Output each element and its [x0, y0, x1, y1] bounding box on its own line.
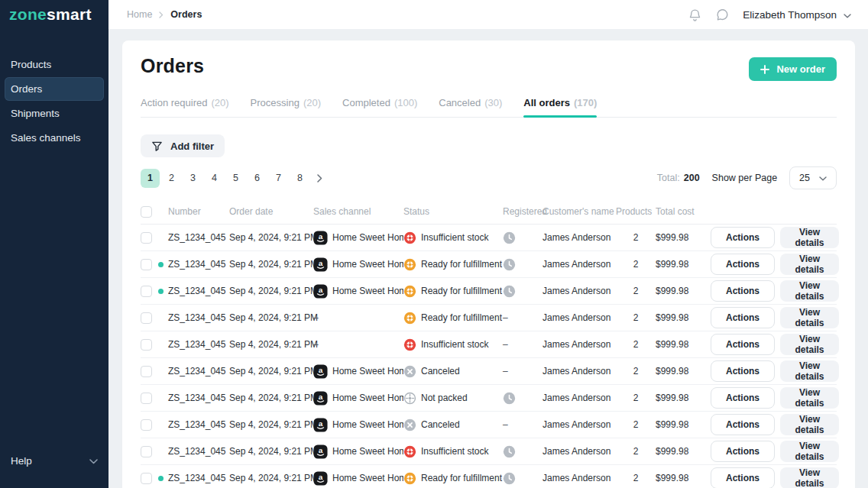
- view-details-button[interactable]: View details: [780, 441, 839, 462]
- order-date: Sep 4, 2024, 9:21 PM: [229, 473, 313, 483]
- registered-cell: [503, 285, 542, 298]
- table-row: ZS_1234_045 Sep 4, 2024, 9:21 PM aHome S…: [141, 438, 837, 465]
- view-details-button[interactable]: View details: [780, 467, 839, 488]
- per-page-select[interactable]: 25: [789, 166, 837, 189]
- total-cost: $999.98: [656, 232, 711, 243]
- svg-text:a: a: [319, 259, 323, 267]
- page-7-button[interactable]: 7: [269, 169, 288, 188]
- orders-panel: Orders New order Action required (20) Pr…: [122, 40, 855, 488]
- total-cost: $999.98: [656, 339, 711, 350]
- order-date: Sep 4, 2024, 9:21 PM: [229, 312, 313, 323]
- view-details-button[interactable]: View details: [780, 307, 839, 328]
- page-4-button[interactable]: 4: [205, 169, 224, 188]
- row-checkbox[interactable]: [141, 312, 152, 324]
- order-number: ZS_1234_045: [168, 446, 229, 457]
- order-status: Insufficient stock: [403, 445, 503, 458]
- tab-completed[interactable]: Completed (100): [342, 97, 417, 117]
- view-details-button[interactable]: View details: [780, 280, 839, 302]
- order-date: Sep 4, 2024, 9:21 PM: [229, 232, 313, 243]
- amazon-icon: a: [313, 257, 328, 272]
- new-order-button[interactable]: New order: [749, 57, 837, 81]
- view-details-button[interactable]: View details: [780, 360, 839, 382]
- customer-name: James Anderson: [542, 232, 616, 243]
- tab-processing[interactable]: Processing (20): [251, 97, 321, 117]
- actions-button[interactable]: Actions: [711, 227, 775, 248]
- filter-row: Add filter: [141, 134, 837, 157]
- page-2-button[interactable]: 2: [162, 169, 181, 188]
- row-checkbox[interactable]: [141, 259, 152, 270]
- registered-cell: [503, 231, 542, 244]
- order-date: Sep 4, 2024, 9:21 PM: [229, 446, 313, 457]
- status-canceled-icon: [403, 365, 416, 378]
- actions-button[interactable]: Actions: [711, 467, 775, 488]
- sidebar-item-orders[interactable]: Orders: [5, 77, 104, 101]
- actions-button[interactable]: Actions: [711, 441, 775, 462]
- breadcrumb-home[interactable]: Home: [127, 9, 152, 20]
- sales-channel-name: Home Sweet Hom...: [332, 446, 403, 457]
- actions-button[interactable]: Actions: [711, 280, 775, 302]
- select-all-checkbox[interactable]: [141, 206, 152, 218]
- order-number: ZS_1234_045: [168, 473, 229, 483]
- order-status: Insufficient stock: [403, 231, 503, 244]
- sidebar-item-help[interactable]: Help: [0, 450, 108, 471]
- page-5-button[interactable]: 5: [226, 169, 245, 188]
- view-details-button[interactable]: View details: [780, 227, 839, 248]
- tab-all-orders[interactable]: All orders (170): [523, 97, 597, 117]
- tab-canceled[interactable]: Canceled (30): [439, 97, 502, 117]
- user-menu[interactable]: Elizabeth Thompson: [743, 8, 851, 21]
- view-details-button[interactable]: View details: [780, 414, 839, 435]
- actions-button[interactable]: Actions: [711, 360, 775, 382]
- row-checkbox[interactable]: [141, 473, 152, 484]
- logo-text-smart: smart: [47, 5, 92, 24]
- col-products: Products: [616, 206, 656, 217]
- next-page-button[interactable]: [312, 174, 328, 183]
- svg-text:a: a: [319, 232, 323, 241]
- page-1-button[interactable]: 1: [141, 169, 160, 188]
- add-filter-button[interactable]: Add filter: [141, 134, 225, 157]
- row-checkbox[interactable]: [141, 286, 152, 297]
- chevron-down-icon: [844, 8, 851, 21]
- status-label: Ready for fulfillment: [421, 259, 502, 270]
- col-total-cost: Total cost: [656, 206, 711, 217]
- sales-channel-name: Home Sweet Hom...: [332, 366, 403, 377]
- app-logo[interactable]: zonesmart: [0, 0, 108, 29]
- row-checkbox[interactable]: [141, 446, 152, 457]
- page-8-button[interactable]: 8: [290, 169, 309, 188]
- tab-label: All orders: [523, 97, 570, 108]
- clock-icon: [503, 445, 542, 458]
- row-checkbox[interactable]: [141, 393, 152, 404]
- actions-button[interactable]: Actions: [711, 307, 775, 328]
- messages-chat-icon[interactable]: [715, 8, 730, 22]
- page-3-button[interactable]: 3: [183, 169, 202, 188]
- customer-name: James Anderson: [542, 339, 616, 350]
- table-row: ZS_1234_045 Sep 4, 2024, 9:21 PM aHome S…: [141, 278, 837, 305]
- status-label: Ready for fulfillment: [421, 312, 502, 323]
- row-checkbox[interactable]: [141, 419, 152, 431]
- products-count: 2: [616, 312, 656, 323]
- sidebar-item-products[interactable]: Products: [5, 53, 104, 76]
- notifications-bell-icon[interactable]: [688, 8, 702, 22]
- status-ready-icon: [403, 285, 416, 298]
- actions-button[interactable]: Actions: [711, 334, 775, 355]
- row-checkbox[interactable]: [141, 232, 152, 244]
- row-checkbox[interactable]: [141, 366, 152, 377]
- registered-empty: –: [503, 312, 508, 323]
- sidebar-item-shipments[interactable]: Shipments: [5, 102, 104, 125]
- tab-label: Canceled: [439, 97, 481, 108]
- status-ready-icon: [403, 312, 416, 325]
- actions-button[interactable]: Actions: [711, 387, 775, 409]
- actions-button[interactable]: Actions: [711, 414, 775, 435]
- products-count: 2: [616, 366, 656, 377]
- view-details-button[interactable]: View details: [780, 334, 839, 355]
- row-checkbox[interactable]: [141, 339, 152, 351]
- customer-name: James Anderson: [542, 419, 616, 430]
- sidebar-item-sales-channels[interactable]: Sales channels: [5, 126, 104, 150]
- view-details-button[interactable]: View details: [780, 387, 839, 409]
- total-cost: $999.98: [656, 286, 711, 296]
- sales-channel: aHome Sweet Hom...: [313, 471, 403, 486]
- tab-action-required[interactable]: Action required (20): [141, 97, 229, 117]
- actions-button[interactable]: Actions: [711, 254, 775, 275]
- status-insufficient-icon: [403, 445, 416, 458]
- page-6-button[interactable]: 6: [248, 169, 267, 188]
- view-details-button[interactable]: View details: [780, 254, 839, 275]
